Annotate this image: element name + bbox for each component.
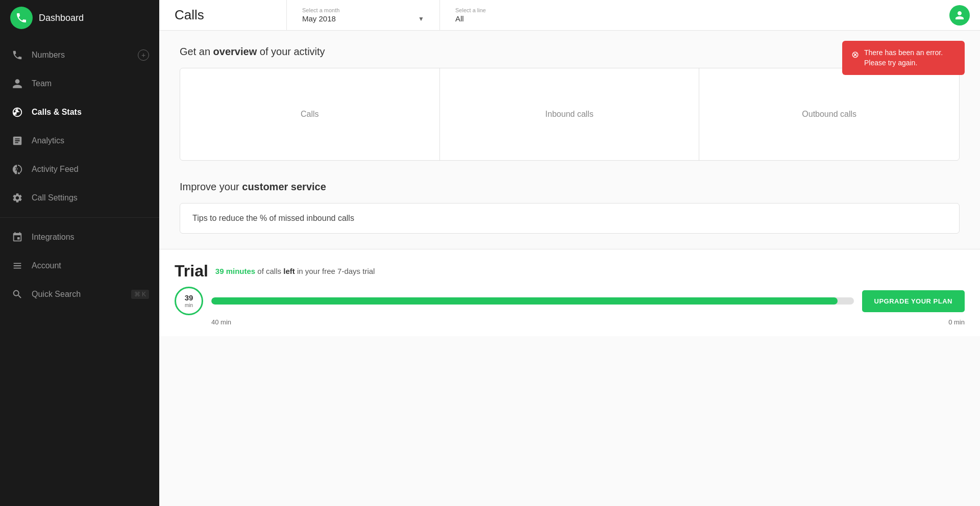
- month-filter-value-row: May 2018 ▼: [302, 14, 424, 23]
- integrations-icon: [10, 230, 24, 244]
- sidebar-item-label-analytics: Analytics: [32, 136, 64, 145]
- trial-desc-bold: left: [283, 267, 295, 275]
- line-filter-value: All: [455, 14, 464, 23]
- sidebar-item-label-quick-search: Quick Search: [32, 290, 81, 299]
- calls-icon: [10, 105, 24, 119]
- nav-separator: [0, 217, 159, 218]
- trial-section: Trial 39 minutes of calls left in your f…: [159, 249, 980, 336]
- stats-cards: Calls Inbound calls Outbound calls: [180, 68, 960, 161]
- add-number-button[interactable]: +: [138, 49, 149, 61]
- phone-icon: [10, 48, 24, 62]
- topbar: Calls Select a month May 2018 ▼ Select a…: [159, 0, 980, 31]
- stat-card-calls: Calls: [180, 68, 440, 160]
- overview-heading-bold: overview: [213, 46, 257, 57]
- improve-section: Improve your customer service Tips to re…: [180, 181, 960, 234]
- line-filter[interactable]: Select a line All: [440, 0, 939, 30]
- main-content: Calls Select a month May 2018 ▼ Select a…: [159, 0, 980, 506]
- stat-card-outbound: Outbound calls: [699, 68, 959, 160]
- trial-minmax: 40 min 0 min: [175, 318, 965, 326]
- trial-desc: 39 minutes of calls left in your free 7-…: [215, 267, 375, 275]
- sidebar-item-label-call-settings: Call Settings: [32, 193, 78, 203]
- search-icon: [10, 287, 24, 301]
- avatar[interactable]: [949, 5, 970, 26]
- improve-heading-bold: customer service: [242, 181, 326, 192]
- circle-label: min: [185, 302, 193, 308]
- line-filter-value-row: All: [455, 14, 924, 23]
- sidebar: Dashboard Numbers + Team Calls & Stats: [0, 0, 159, 506]
- app-title: Dashboard: [39, 13, 84, 23]
- stat-label-calls: Calls: [301, 110, 319, 119]
- sidebar-item-label-numbers: Numbers: [32, 50, 65, 60]
- sidebar-item-label-activity-feed: Activity Feed: [32, 165, 79, 174]
- sidebar-item-analytics[interactable]: Analytics: [0, 127, 159, 155]
- overview-heading-plain: Get an: [180, 46, 213, 57]
- progress-bar: [211, 297, 838, 305]
- settings-icon: [10, 191, 24, 205]
- upgrade-button[interactable]: UPGRADE YOUR PLAN: [862, 290, 965, 312]
- error-icon: ⊗: [851, 48, 859, 61]
- quick-search-shortcut: ⌘ K: [131, 290, 149, 299]
- overview-heading-rest: of your activity: [257, 46, 325, 57]
- tips-box: Tips to reduce the % of missed inbound c…: [180, 203, 960, 234]
- month-filter[interactable]: Select a month May 2018 ▼: [287, 0, 440, 30]
- page-title: Calls: [175, 7, 204, 23]
- trial-desc-after: in your free 7-days trial: [295, 267, 375, 275]
- stat-label-outbound: Outbound calls: [802, 110, 856, 119]
- sidebar-item-account[interactable]: Account: [0, 251, 159, 280]
- trial-minutes: 39 minutes: [215, 267, 255, 275]
- month-filter-label: Select a month: [302, 7, 424, 13]
- trial-bar-row: 39 min UPGRADE YOUR PLAN: [175, 287, 965, 315]
- month-filter-value: May 2018: [302, 14, 336, 23]
- content-area: ⊗ There has been an error. Please try ag…: [159, 31, 980, 506]
- sidebar-item-numbers[interactable]: Numbers +: [0, 41, 159, 69]
- tips-text: Tips to reduce the % of missed inbound c…: [192, 214, 354, 222]
- sidebar-nav: Numbers + Team Calls & Stats Analytics: [0, 36, 159, 506]
- circle-num: 39: [185, 294, 193, 302]
- page-title-area: Calls: [159, 0, 287, 30]
- sidebar-item-calls-stats[interactable]: Calls & Stats: [0, 98, 159, 127]
- progress-wrapper: [211, 297, 854, 305]
- trial-desc-before: of calls: [255, 267, 283, 275]
- stat-card-inbound: Inbound calls: [440, 68, 700, 160]
- topbar-right: [939, 0, 980, 30]
- error-toast: ⊗ There has been an error. Please try ag…: [842, 41, 965, 75]
- sidebar-item-quick-search[interactable]: Quick Search ⌘ K: [0, 280, 159, 309]
- sidebar-item-label-integrations: Integrations: [32, 233, 75, 242]
- team-icon: [10, 77, 24, 91]
- error-toast-message: There has been an error. Please try agai…: [864, 48, 955, 68]
- trial-circle: 39 min: [175, 287, 203, 315]
- sidebar-header: Dashboard: [0, 0, 159, 36]
- trial-max-label: 0 min: [948, 318, 965, 326]
- trial-min-label: 40 min: [211, 318, 231, 326]
- account-icon: [10, 259, 24, 273]
- stat-label-inbound: Inbound calls: [545, 110, 593, 119]
- trial-title: Trial: [175, 262, 208, 281]
- sidebar-item-call-settings[interactable]: Call Settings: [0, 184, 159, 212]
- sidebar-item-label-calls-stats: Calls & Stats: [32, 108, 82, 117]
- topbar-filters: Select a month May 2018 ▼ Select a line …: [287, 0, 939, 30]
- sidebar-item-integrations[interactable]: Integrations: [0, 223, 159, 251]
- sidebar-item-label-account: Account: [32, 261, 61, 270]
- sidebar-item-label-team: Team: [32, 79, 52, 88]
- logo-icon: [10, 7, 33, 29]
- improve-heading-plain: Improve your: [180, 181, 242, 192]
- sidebar-item-team[interactable]: Team: [0, 69, 159, 98]
- improve-heading: Improve your customer service: [180, 181, 960, 193]
- activity-icon: [10, 162, 24, 176]
- line-filter-label: Select a line: [455, 7, 924, 13]
- analytics-icon: [10, 134, 24, 148]
- sidebar-item-activity-feed[interactable]: Activity Feed: [0, 155, 159, 184]
- chevron-down-icon: ▼: [418, 15, 424, 22]
- trial-header: Trial 39 minutes of calls left in your f…: [175, 262, 965, 281]
